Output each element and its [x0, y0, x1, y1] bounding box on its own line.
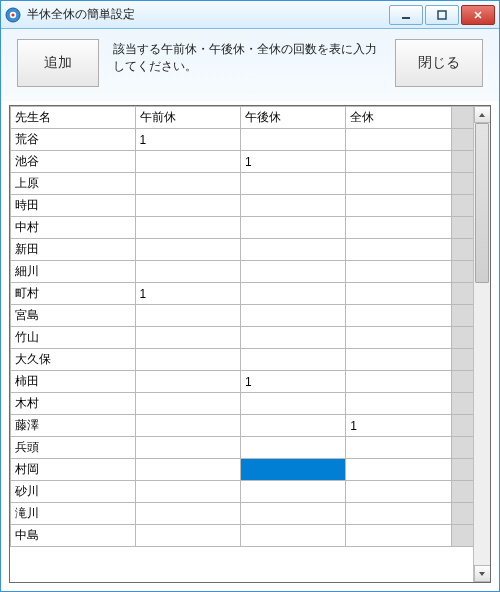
cell-pm[interactable] — [240, 261, 345, 283]
cell-pm[interactable] — [240, 393, 345, 415]
cell-full[interactable] — [346, 371, 451, 393]
svg-rect-3 — [402, 17, 410, 19]
cell-am[interactable] — [135, 437, 240, 459]
cell-full[interactable] — [346, 261, 451, 283]
cell-am[interactable] — [135, 503, 240, 525]
cell-full[interactable] — [346, 195, 451, 217]
cell-pm[interactable] — [240, 305, 345, 327]
cell-name[interactable]: 砂川 — [11, 481, 136, 503]
close-button[interactable]: 閉じる — [395, 39, 483, 87]
cell-full[interactable] — [346, 327, 451, 349]
cell-pm[interactable]: 1 — [240, 371, 345, 393]
instructions-text: 該当する午前休・午後休・全休の回数を表に入力してください。 — [113, 39, 381, 75]
cell-name[interactable]: 中島 — [11, 525, 136, 547]
cell-am[interactable] — [135, 217, 240, 239]
scroll-down-button[interactable] — [474, 565, 491, 582]
cell-full[interactable] — [346, 305, 451, 327]
title-bar: 半休全休の簡単設定 — [1, 1, 499, 29]
cell-pm[interactable] — [240, 525, 345, 547]
cell-am[interactable] — [135, 173, 240, 195]
cell-am[interactable] — [135, 525, 240, 547]
header-pm[interactable]: 午後休 — [240, 107, 345, 129]
cell-pm[interactable]: 1 — [240, 151, 345, 173]
header-full[interactable]: 全休 — [346, 107, 451, 129]
cell-am[interactable] — [135, 349, 240, 371]
scroll-thumb[interactable] — [475, 123, 489, 283]
cell-pm[interactable] — [240, 481, 345, 503]
cell-am[interactable] — [135, 261, 240, 283]
cell-full[interactable]: 1 — [346, 415, 451, 437]
cell-pm[interactable] — [240, 327, 345, 349]
cell-pm[interactable] — [240, 349, 345, 371]
add-button[interactable]: 追加 — [17, 39, 99, 87]
cell-am[interactable]: 1 — [135, 283, 240, 305]
cell-full[interactable] — [346, 459, 451, 481]
cell-am[interactable] — [135, 195, 240, 217]
cell-full[interactable] — [346, 129, 451, 151]
cell-pm[interactable] — [240, 503, 345, 525]
header-row: 先生名 午前休 午後休 全休 — [11, 107, 490, 129]
cell-name[interactable]: 町村 — [11, 283, 136, 305]
cell-am[interactable] — [135, 327, 240, 349]
close-window-button[interactable] — [461, 5, 495, 25]
cell-name[interactable]: 細川 — [11, 261, 136, 283]
cell-pm[interactable] — [240, 195, 345, 217]
scroll-up-button[interactable] — [474, 106, 491, 123]
cell-name[interactable]: 村岡 — [11, 459, 136, 481]
cell-name[interactable]: 上原 — [11, 173, 136, 195]
cell-am[interactable] — [135, 459, 240, 481]
cell-name[interactable]: 大久保 — [11, 349, 136, 371]
cell-full[interactable] — [346, 349, 451, 371]
cell-full[interactable] — [346, 217, 451, 239]
table-row: 滝川 — [11, 503, 490, 525]
table-row: 中村 — [11, 217, 490, 239]
cell-pm[interactable] — [240, 437, 345, 459]
grid-body[interactable]: 先生名 午前休 午後休 全休 荒谷1池谷1上原時田中村新田細川町村1宮島竹山大久… — [10, 106, 490, 582]
cell-am[interactable]: 1 — [135, 129, 240, 151]
maximize-button[interactable] — [425, 5, 459, 25]
cell-full[interactable] — [346, 151, 451, 173]
cell-full[interactable] — [346, 239, 451, 261]
cell-name[interactable]: 藤澤 — [11, 415, 136, 437]
cell-name[interactable]: 新田 — [11, 239, 136, 261]
table-row: 宮島 — [11, 305, 490, 327]
cell-name[interactable]: 中村 — [11, 217, 136, 239]
cell-am[interactable] — [135, 415, 240, 437]
cell-am[interactable] — [135, 151, 240, 173]
cell-name[interactable]: 兵頭 — [11, 437, 136, 459]
scroll-track[interactable] — [474, 123, 490, 565]
cell-name[interactable]: 竹山 — [11, 327, 136, 349]
cell-name[interactable]: 宮島 — [11, 305, 136, 327]
header-am[interactable]: 午前休 — [135, 107, 240, 129]
cell-name[interactable]: 時田 — [11, 195, 136, 217]
cell-name[interactable]: 柿田 — [11, 371, 136, 393]
cell-pm[interactable] — [240, 283, 345, 305]
minimize-button[interactable] — [389, 5, 423, 25]
table-row: 兵頭 — [11, 437, 490, 459]
cell-am[interactable] — [135, 371, 240, 393]
cell-am[interactable] — [135, 239, 240, 261]
cell-am[interactable] — [135, 305, 240, 327]
cell-am[interactable] — [135, 481, 240, 503]
cell-am[interactable] — [135, 393, 240, 415]
header-name[interactable]: 先生名 — [11, 107, 136, 129]
cell-full[interactable] — [346, 503, 451, 525]
cell-pm[interactable] — [240, 217, 345, 239]
cell-full[interactable] — [346, 283, 451, 305]
vertical-scrollbar[interactable] — [473, 106, 490, 582]
cell-pm[interactable] — [240, 129, 345, 151]
cell-full[interactable] — [346, 525, 451, 547]
cell-full[interactable] — [346, 393, 451, 415]
cell-full[interactable] — [346, 173, 451, 195]
cell-pm[interactable] — [240, 459, 345, 481]
cell-full[interactable] — [346, 437, 451, 459]
cell-pm[interactable] — [240, 415, 345, 437]
cell-name[interactable]: 木村 — [11, 393, 136, 415]
cell-pm[interactable] — [240, 239, 345, 261]
cell-name[interactable]: 池谷 — [11, 151, 136, 173]
cell-full[interactable] — [346, 481, 451, 503]
cell-pm[interactable] — [240, 173, 345, 195]
cell-name[interactable]: 滝川 — [11, 503, 136, 525]
table-row: 砂川 — [11, 481, 490, 503]
cell-name[interactable]: 荒谷 — [11, 129, 136, 151]
